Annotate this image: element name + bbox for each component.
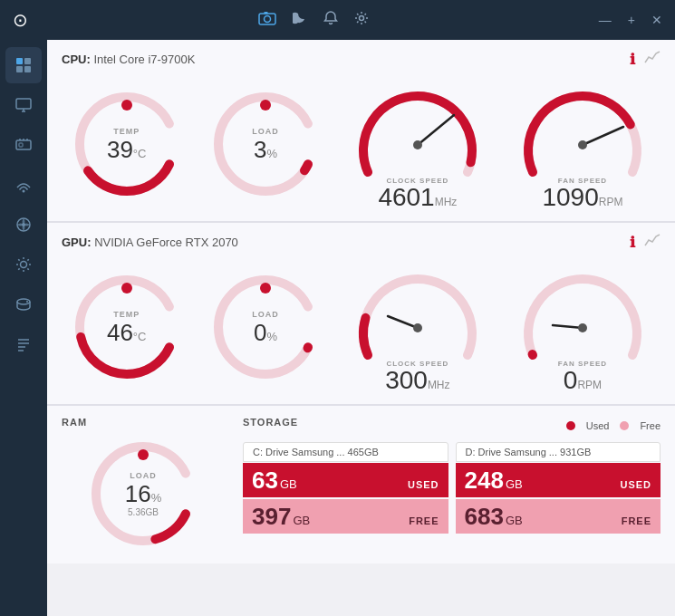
main-layout: CPU: Intel Core i7-9700K ℹ: [0, 40, 675, 616]
legend-dot-used: [566, 421, 575, 430]
svg-line-42: [583, 127, 623, 145]
drive-c-used-label: USED: [408, 479, 439, 490]
gpu-load-gauge-wrap: LOAD 0%: [207, 268, 324, 386]
svg-rect-8: [16, 99, 31, 109]
drive-d-used-val: 248: [465, 467, 504, 494]
cpu-load-label: LOAD 3%: [252, 127, 279, 161]
gpu-fan-gauge: FAN SPEED 0RPM: [505, 260, 661, 393]
sidebar-item-fan[interactable]: [5, 207, 42, 243]
svg-line-26: [27, 259, 28, 260]
cpu-fan-gauge-wrap: [515, 77, 651, 186]
drive-c-free: 397GB FREE: [243, 499, 448, 534]
cpu-temp-sublabel: TEMP: [107, 127, 147, 136]
svg-point-53: [578, 323, 587, 332]
legend-dot-free: [620, 421, 629, 430]
close-button[interactable]: ✕: [651, 13, 662, 27]
svg-point-1: [264, 16, 270, 23]
svg-point-3: [359, 16, 363, 21]
bottom-section: RAM LOAD 16% 5.36GB: [47, 406, 675, 563]
storage-section: STORAGE Used Free C: Drive Samsung ... 4…: [243, 417, 661, 553]
sidebar: [0, 40, 47, 616]
drive-d-used: 248GB USED: [456, 463, 661, 497]
bell-icon[interactable]: [323, 11, 338, 29]
cpu-clock-value: 4601: [378, 183, 434, 211]
drive-c-free-val: 397: [252, 503, 291, 530]
cpu-fan-unit: RPM: [599, 196, 623, 208]
ram-gauge-label: LOAD 16% 5.36GB: [125, 471, 161, 517]
gpu-fan-gauge-wrap: [515, 260, 651, 369]
drive-d-free-gb: GB: [506, 514, 523, 527]
drive-c-used-gb: GB: [280, 477, 297, 491]
svg-point-56: [138, 449, 149, 460]
gpu-temp-gauge: TEMP 46°C: [62, 268, 191, 386]
gpu-panel-title: GPU: NVIDIA GeForce RTX 2070 ℹ: [62, 234, 661, 251]
camera-icon[interactable]: [258, 11, 276, 29]
legend-used-label: Used: [586, 420, 610, 431]
svg-rect-4: [16, 58, 23, 64]
storage-section-title: STORAGE: [243, 417, 298, 428]
sidebar-item-network[interactable]: [5, 167, 42, 203]
storage-header: STORAGE Used Free: [243, 417, 661, 435]
titlebar-icons: [258, 11, 369, 29]
cpu-panel-title: CPU: Intel Core i7-9700K ℹ: [62, 51, 661, 68]
cpu-panel-icons: ℹ: [630, 51, 661, 68]
drive-d-free: 683GB FREE: [456, 499, 661, 534]
cpu-temp-gauge: TEMP 39°C: [62, 85, 191, 203]
svg-rect-11: [16, 140, 31, 149]
cpu-clock-gauge: CLOCK SPEED 4601MHz: [340, 77, 496, 210]
title-bar: ⊙ — + ✕: [0, 0, 675, 40]
moon-icon[interactable]: [293, 11, 307, 29]
gpu-name: NVIDIA GeForce RTX 2070: [94, 236, 238, 249]
cpu-info-icon[interactable]: ℹ: [630, 51, 635, 68]
drive-c-title: C: Drive Samsung ... 465GB: [243, 442, 448, 462]
ram-gauge-value: 16%: [125, 480, 161, 507]
gpu-info-icon[interactable]: ℹ: [630, 234, 635, 251]
drive-d-free-val: 683: [465, 503, 504, 530]
gpu-load-label: LOAD 0%: [252, 310, 279, 344]
svg-point-39: [260, 100, 271, 111]
gpu-chart-icon[interactable]: [644, 234, 661, 251]
sidebar-item-gpu[interactable]: [5, 127, 42, 163]
gear-icon[interactable]: [354, 11, 369, 29]
gpu-clock-unit: MHz: [428, 379, 450, 391]
cpu-fan-gauge: FAN SPEED 1090RPM: [505, 77, 661, 210]
svg-point-36: [121, 100, 132, 111]
sidebar-item-storage-nav[interactable]: [5, 286, 42, 322]
sidebar-item-monitor[interactable]: [5, 87, 42, 123]
svg-line-27: [18, 268, 19, 269]
sidebar-item-brightness[interactable]: [5, 246, 42, 283]
window-controls: — + ✕: [599, 13, 662, 27]
cpu-temp-label: TEMP 39°C: [107, 127, 147, 161]
maximize-button[interactable]: +: [628, 13, 635, 27]
cpu-fan-value: 1090: [542, 183, 598, 211]
drive-c-used-val: 63: [252, 467, 278, 494]
cpu-temp-value: 39°C: [107, 136, 147, 163]
gpu-load-value: 0%: [254, 319, 277, 346]
cpu-clock-gauge-wrap: [350, 77, 486, 186]
gpu-panel: GPU: NVIDIA GeForce RTX 2070 ℹ: [47, 223, 675, 406]
drive-d-used-gb: GB: [506, 477, 523, 491]
sidebar-item-tasks[interactable]: [5, 326, 42, 362]
cpu-chart-icon[interactable]: [644, 51, 661, 68]
svg-point-46: [121, 283, 132, 294]
drive-c-card: C: Drive Samsung ... 465GB 63GB USED 397…: [243, 442, 448, 534]
svg-rect-5: [24, 58, 31, 64]
svg-point-49: [260, 283, 271, 294]
gpu-temp-gauge-wrap: TEMP 46°C: [68, 268, 186, 386]
cpu-label: CPU:: [62, 53, 91, 66]
minimize-button[interactable]: —: [599, 13, 612, 27]
legend-free-label: Free: [640, 420, 661, 431]
ram-gauge-wrap: LOAD 16% 5.36GB: [84, 435, 202, 553]
svg-line-50: [388, 316, 418, 328]
gpu-fan-unit: RPM: [577, 379, 602, 391]
svg-point-51: [413, 323, 422, 332]
svg-point-43: [578, 140, 587, 149]
ram-sub-value: 5.36GB: [125, 507, 161, 517]
cpu-name: Intel Core i7-9700K: [93, 53, 195, 66]
drive-d-title: D: Drive Samsung ... 931GB: [456, 442, 661, 462]
sidebar-item-overview[interactable]: [5, 47, 42, 83]
ram-section: RAM LOAD 16% 5.36GB: [62, 417, 225, 553]
svg-rect-2: [264, 12, 267, 14]
drive-d-used-label: USED: [620, 479, 651, 490]
cpu-load-gauge-wrap: LOAD 3%: [207, 85, 324, 203]
